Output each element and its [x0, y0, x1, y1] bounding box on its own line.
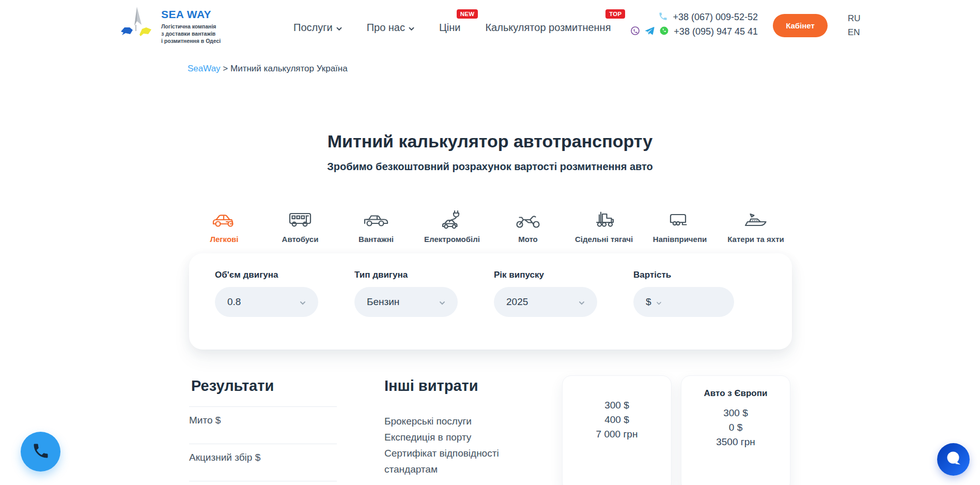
field-label: Рік випуску — [494, 270, 597, 280]
field-label: Тип двигуна — [354, 270, 458, 280]
floating-call-button[interactable] — [21, 432, 60, 472]
other-costs-column: Інші витрати Брокерські послуги Експедиц… — [384, 377, 545, 485]
logo[interactable]: SEA WAY Логістична компанія з доставки в… — [118, 4, 221, 45]
breadcrumb-current: Митний калькулятор Україна — [230, 64, 348, 73]
lang-ru[interactable]: RU — [848, 11, 861, 25]
breadcrumb: SeaWay > Митний калькулятор Україна — [188, 64, 348, 74]
tab-label: Вантажні — [359, 235, 394, 244]
page-title: Митний калькулятор автотранспорту — [0, 131, 980, 151]
europe-car-price-card: Авто з Європи 300 $ 0 $ 3500 грн — [681, 375, 790, 485]
year-select[interactable]: 2025 — [494, 287, 597, 317]
tab-electric-cars[interactable]: Електромобілі — [414, 204, 490, 244]
telegram-icon[interactable] — [645, 26, 655, 38]
engine-volume-select[interactable]: 0.8 — [215, 287, 318, 317]
new-badge: NEW — [457, 9, 478, 19]
lang-en[interactable]: EN — [848, 25, 861, 39]
chevron-down-icon — [336, 22, 342, 34]
excise-result-item: Акцизний збір $ — [189, 452, 260, 463]
whatsapp-icon[interactable] — [659, 26, 669, 38]
results-section: Результати Мито $ Акцизний збір $ Інші в… — [189, 370, 792, 485]
phone-icon — [658, 11, 668, 23]
price-value: 0 $ — [681, 420, 790, 435]
tab-label: Катери та яхти — [727, 235, 784, 244]
phone-row-2: +38 (095) 947 45 41 — [623, 26, 758, 38]
seaway-logo-icon — [118, 4, 156, 45]
breadcrumb-separator: > — [223, 64, 228, 73]
selected-value: 2025 — [506, 296, 528, 308]
tab-label: Автобуси — [282, 235, 319, 244]
chat-widget-button[interactable] — [937, 443, 970, 476]
tab-buses[interactable]: Автобуси — [262, 204, 338, 244]
electric-car-icon — [439, 204, 465, 230]
price-value: 7 000 грн — [563, 427, 671, 442]
tab-semi-trailers[interactable]: Напівпричепи — [642, 204, 718, 244]
field-label: Вартість — [633, 270, 734, 280]
price-card-values: 300 $ 0 $ 3500 грн — [681, 406, 790, 449]
cost-field: Вартість $ — [633, 270, 734, 317]
engine-type-field: Тип двигуна Бензин — [354, 270, 458, 317]
car-icon — [211, 204, 238, 230]
tab-semi-tractors[interactable]: Сідельні тягачі — [566, 204, 642, 244]
bus-icon — [287, 204, 314, 230]
nav-item-prices[interactable]: Ціни NEW — [439, 22, 460, 34]
engine-volume-field: Об'єм двигуна 0.8 — [215, 270, 318, 317]
yacht-icon — [742, 204, 769, 230]
tab-label: Електромобілі — [424, 235, 480, 244]
nav-item-customs-calculator[interactable]: Калькулятор розмитнення TOP — [485, 22, 611, 34]
field-label: Об'єм двигуна — [215, 270, 318, 280]
other-costs-list: Брокерські послуги Експедиція в порту Се… — [384, 413, 545, 477]
chevron-down-icon — [439, 296, 445, 308]
divider — [189, 444, 337, 444]
phone-link-1[interactable]: +38 (067) 009-52-52 — [673, 12, 758, 23]
page-subtitle: Зробимо безкоштовний розрахунок вартості… — [0, 161, 980, 173]
chevron-down-icon — [656, 296, 662, 308]
divider — [189, 406, 337, 407]
phone-link-2[interactable]: +38 (095) 947 45 41 — [674, 26, 758, 37]
truck-icon — [363, 204, 390, 230]
header-contacts: +38 (067) 009-52-52 +38 (095) 947 45 41 — [623, 11, 758, 38]
price-value: 3500 грн — [681, 435, 790, 449]
breadcrumb-home-link[interactable]: SeaWay — [188, 64, 221, 73]
tab-boats-yachts[interactable]: Катери та яхти — [718, 204, 794, 244]
duty-result-item: Мито $ — [189, 415, 221, 426]
price-card-values: 300 $ 400 $ 7 000 грн — [563, 398, 671, 442]
engine-type-select[interactable]: Бензин — [354, 287, 458, 317]
nav-item-about[interactable]: Про нас — [367, 22, 414, 34]
price-value: 400 $ — [563, 413, 671, 427]
brand-name: SEA WAY — [161, 8, 221, 21]
motorcycle-icon — [515, 204, 541, 230]
semi-tractor-icon — [590, 204, 617, 230]
vehicle-type-tabs: Легкові Автобуси Вантажні — [185, 204, 795, 244]
price-card-title — [563, 376, 671, 376]
price-card-title: Авто з Європи — [681, 388, 790, 399]
chat-bubble-icon — [945, 450, 962, 469]
language-switcher: RU EN — [848, 11, 861, 39]
viber-icon[interactable] — [630, 26, 640, 38]
tab-trucks[interactable]: Вантажні — [338, 204, 414, 244]
tab-label: Мото — [518, 235, 538, 244]
price-value: 300 $ — [563, 398, 671, 413]
divider — [189, 481, 337, 481]
semi-trailer-icon — [666, 204, 693, 230]
tab-label: Сідельні тягачі — [575, 235, 633, 244]
chevron-down-icon — [409, 22, 414, 34]
chevron-down-icon — [300, 296, 306, 308]
cost-currency-input[interactable]: $ — [633, 287, 734, 317]
other-cost-item: Брокерські послуги — [384, 413, 545, 429]
tab-cars[interactable]: Легкові — [186, 204, 262, 244]
results-column: Результати — [191, 377, 339, 395]
other-costs-title: Інші витрати — [384, 377, 545, 395]
other-cost-item: Сертифікат відповідності стандартам — [384, 445, 545, 477]
year-field: Рік випуску 2025 — [494, 270, 597, 317]
tab-label: Легкові — [210, 235, 239, 244]
other-costs-price-card: 300 $ 400 $ 7 000 грн — [562, 375, 672, 485]
currency-value: $ — [646, 296, 651, 308]
header: SEA WAY Логістична компанія з доставки в… — [0, 0, 980, 55]
brand-tagline: Логістична компанія з доставки вантажів … — [161, 23, 221, 45]
cabinet-button[interactable]: Кабінет — [773, 14, 828, 37]
results-title: Результати — [191, 377, 339, 395]
calculator-form-card: Об'єм двигуна 0.8 Тип двигуна Бензин Рік… — [189, 253, 792, 350]
tab-moto[interactable]: Мото — [490, 204, 566, 244]
nav-item-services[interactable]: Послуги — [293, 22, 342, 34]
price-value: 300 $ — [681, 406, 790, 420]
